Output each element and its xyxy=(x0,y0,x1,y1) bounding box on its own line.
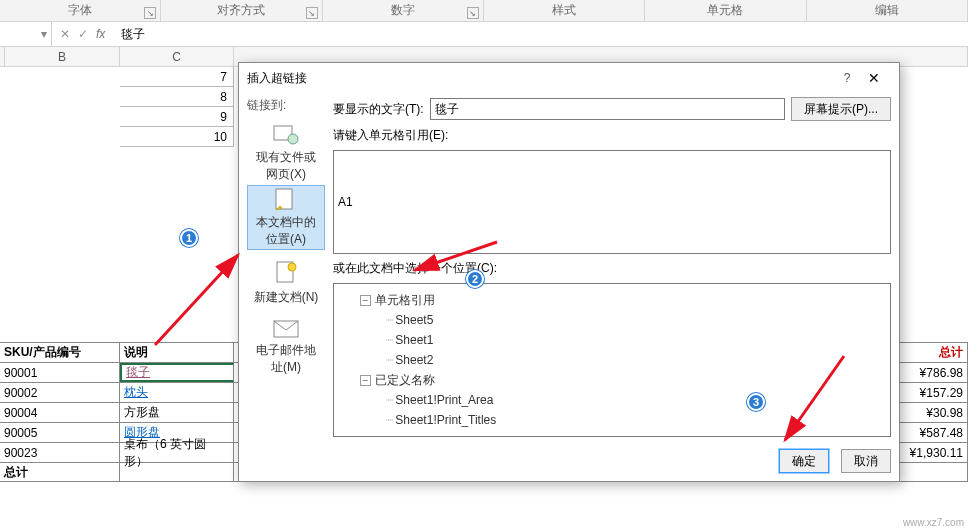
ribbon-group-number: 数字↘ xyxy=(323,0,484,21)
annotation-badge-1: 1 xyxy=(180,229,198,247)
annotation-badge-2: 2 xyxy=(466,270,484,288)
cell[interactable]: 90005 xyxy=(0,423,120,442)
close-icon[interactable]: ✕ xyxy=(857,70,891,86)
table-header-total: 总计 xyxy=(890,343,968,362)
tree-item-sheet5[interactable]: Sheet5 xyxy=(395,313,433,327)
cell[interactable]: 方形盘 xyxy=(120,403,234,422)
tree-item-printarea[interactable]: Sheet1!Print_Area xyxy=(395,393,493,407)
display-text-label: 要显示的文字(T): xyxy=(333,101,424,118)
email-icon xyxy=(270,320,302,338)
cellref-input[interactable] xyxy=(333,150,891,254)
help-icon[interactable]: ? xyxy=(837,71,857,85)
dialog-title: 插入超链接 xyxy=(247,70,837,87)
cell[interactable]: 90002 xyxy=(0,383,120,402)
linkto-email[interactable]: 电子邮件地址(M) xyxy=(247,315,325,380)
linkto-existing-file[interactable]: 现有文件或网页(X) xyxy=(247,120,325,185)
this-document-icon xyxy=(270,188,302,210)
formula-input[interactable]: 毯子 xyxy=(113,26,968,43)
table-header-sku: SKU/产品编号 xyxy=(0,343,120,362)
name-box-dropdown-icon[interactable]: ▾ xyxy=(37,22,51,46)
totals-label: 总计 xyxy=(0,463,120,481)
dialog-launcher-icon[interactable]: ↘ xyxy=(144,7,156,19)
linkto-this-document[interactable]: 本文档中的位置(A) xyxy=(247,185,325,250)
ribbon-group-alignment: 对齐方式↘ xyxy=(161,0,322,21)
dialog-launcher-icon[interactable]: ↘ xyxy=(306,7,318,19)
display-text-input[interactable] xyxy=(430,98,785,120)
cell[interactable]: 7 xyxy=(120,67,234,87)
column-header-b[interactable]: B xyxy=(5,47,120,66)
linkto-new-document[interactable]: 新建文档(N) xyxy=(247,250,325,315)
place-tree[interactable]: −单元格引用 ┈ Sheet5 ┈ Sheet1 ┈ Sheet2 −已定义名称… xyxy=(333,283,891,437)
svg-rect-2 xyxy=(276,189,292,209)
tree-item-printtitles[interactable]: Sheet1!Print_Titles xyxy=(395,413,496,427)
ok-button[interactable]: 确定 xyxy=(779,449,829,473)
tree-collapse-icon[interactable]: − xyxy=(360,375,371,386)
ribbon-group-styles: 样式 xyxy=(484,0,645,21)
column-header-c[interactable]: C xyxy=(120,47,234,66)
cellref-label: 请键入单元格引用(E): xyxy=(333,127,891,144)
fx-icon[interactable]: fx xyxy=(96,27,105,41)
existing-file-icon xyxy=(270,123,302,145)
dialog-launcher-icon[interactable]: ↘ xyxy=(467,7,479,19)
ribbon: 字体↘ 对齐方式↘ 数字↘ 样式 单元格 编辑 xyxy=(0,0,968,22)
cell[interactable]: 桌布（6 英寸圆形） xyxy=(120,443,234,462)
cell[interactable]: 9 xyxy=(120,107,234,127)
active-cell[interactable]: 毯子 xyxy=(120,363,234,382)
cancel-icon[interactable]: ✕ xyxy=(60,27,70,41)
cancel-button[interactable]: 取消 xyxy=(841,449,891,473)
cell[interactable]: ¥157.29 xyxy=(890,383,968,402)
cell[interactable]: ¥30.98 xyxy=(890,403,968,422)
cell[interactable]: 10 xyxy=(120,127,234,147)
screentip-button[interactable]: 屏幕提示(P)... xyxy=(791,97,891,121)
confirm-icon[interactable]: ✓ xyxy=(78,27,88,41)
cell[interactable]: ¥587.48 xyxy=(890,423,968,442)
table-header-desc: 说明 xyxy=(120,343,234,362)
formula-bar: ▾ ✕ ✓ fx 毯子 xyxy=(0,22,968,47)
ribbon-group-editing: 编辑 xyxy=(807,0,968,21)
cell[interactable]: ¥786.98 xyxy=(890,363,968,382)
linkto-label: 链接到: xyxy=(247,97,325,114)
watermark: www.xz7.com xyxy=(903,517,964,528)
new-document-icon xyxy=(270,259,302,285)
cell[interactable]: 90023 xyxy=(0,443,120,462)
cell[interactable]: 8 xyxy=(120,87,234,107)
tree-item-sheet2[interactable]: Sheet2 xyxy=(395,353,433,367)
tree-item-sheet1[interactable]: Sheet1 xyxy=(395,333,433,347)
annotation-badge-3: 3 xyxy=(747,393,765,411)
ribbon-group-cells: 单元格 xyxy=(645,0,806,21)
place-label: 或在此文档中选择一个位置(C): xyxy=(333,260,891,277)
tree-collapse-icon[interactable]: − xyxy=(360,295,371,306)
svg-point-1 xyxy=(288,134,298,144)
cell[interactable]: ¥1,930.11 xyxy=(890,443,968,462)
cell[interactable]: 90001 xyxy=(0,363,120,382)
cell[interactable]: 枕头 xyxy=(120,383,234,402)
svg-point-4 xyxy=(288,263,296,271)
insert-hyperlink-dialog: 插入超链接 ? ✕ 链接到: 现有文件或网页(X) 本文档中的位置(A) 新建文… xyxy=(238,62,900,482)
cell[interactable]: 90004 xyxy=(0,403,120,422)
ribbon-group-font: 字体↘ xyxy=(0,0,161,21)
